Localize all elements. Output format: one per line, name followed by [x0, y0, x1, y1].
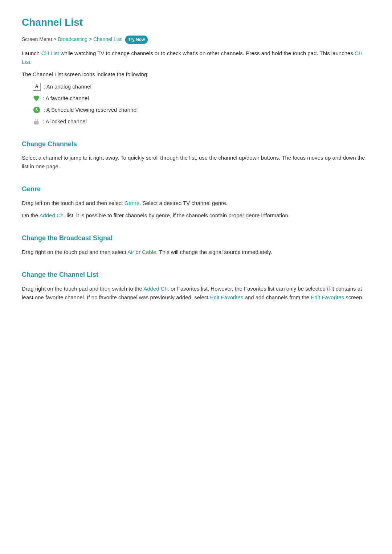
air-link[interactable]: Air: [127, 249, 134, 255]
section-broadcast-signal: Change the Broadcast Signal Drag right o…: [22, 233, 370, 257]
edit-favorites-link-2[interactable]: Edit Favorites: [311, 294, 344, 300]
list-item-analog: A : An analog channel: [33, 82, 370, 91]
breadcrumb-separator1: >: [53, 36, 58, 42]
ch-list-link-2[interactable]: CH List: [22, 50, 363, 65]
analog-desc: : An analog channel: [44, 82, 91, 91]
breadcrumb-prefix: Screen Menu: [22, 36, 52, 42]
icon-list: A : An analog channel : A favorite chann…: [33, 82, 370, 126]
list-item-locked: : A locked channel: [33, 117, 370, 126]
icons-intro-text: The Channel List screen icons indicate t…: [22, 70, 370, 79]
added-ch-link-main[interactable]: Added Ch: [143, 286, 168, 292]
section-text-change-channel-list: Drag right on the touch pad and then swi…: [22, 284, 370, 302]
favorite-desc: : A favorite channel: [43, 94, 89, 103]
section-title-change-channel-list: Change the Channel List: [22, 270, 370, 280]
section-text-change-channels: Select a channel to jump to it right awa…: [22, 153, 370, 171]
intro-paragraph: Launch CH List while watching TV to chan…: [22, 49, 370, 66]
page-title: Channel List: [22, 15, 370, 31]
svg-rect-1: [34, 121, 38, 124]
section-text-genre-2: On the Added Ch. list, it is possible to…: [22, 211, 370, 220]
breadcrumb-broadcasting[interactable]: Broadcasting: [58, 36, 87, 42]
cable-link[interactable]: Cable: [142, 249, 156, 255]
lock-icon: [33, 118, 40, 125]
clock-icon: [33, 106, 41, 114]
section-title-broadcast-signal: Change the Broadcast Signal: [22, 233, 370, 243]
section-title-change-channels: Change Channels: [22, 139, 370, 149]
section-title-genre: Genre: [22, 184, 370, 194]
section-text-genre-1: Drag left on the touch pad and then sele…: [22, 199, 370, 208]
section-text-broadcast-signal: Drag right on the touch pad and then sel…: [22, 248, 370, 257]
list-item-favorite: : A favorite channel: [33, 94, 370, 103]
breadcrumb-channel-list[interactable]: Channel List: [93, 36, 122, 42]
try-now-badge[interactable]: Try Now: [125, 36, 148, 44]
analog-icon: A: [33, 83, 41, 91]
genre-link[interactable]: Genre: [124, 200, 140, 206]
breadcrumb-separator2: >: [89, 36, 93, 42]
schedule-desc: : A Schedule Viewing reserved channel: [44, 106, 138, 114]
ch-list-link-1[interactable]: CH List: [41, 50, 59, 56]
section-change-channel-list: Change the Channel List Drag right on th…: [22, 270, 370, 302]
edit-favorites-link-1[interactable]: Edit Favorites: [210, 294, 244, 300]
heart-icon: [33, 95, 40, 102]
section-change-channels: Change Channels Select a channel to jump…: [22, 139, 370, 171]
list-item-schedule: : A Schedule Viewing reserved channel: [33, 106, 370, 114]
section-genre: Genre Drag left on the touch pad and the…: [22, 184, 370, 220]
added-ch-link-genre[interactable]: Added Ch: [39, 212, 64, 218]
breadcrumb: Screen Menu > Broadcasting > Channel Lis…: [22, 35, 370, 44]
locked-desc: : A locked channel: [43, 117, 87, 126]
